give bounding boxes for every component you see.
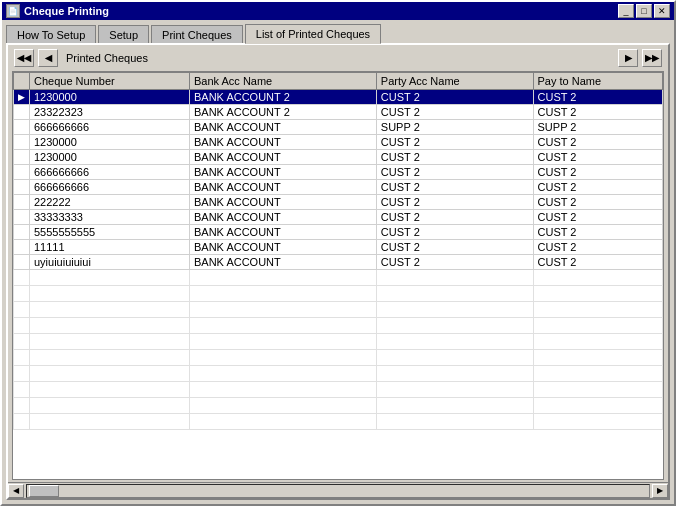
empty-row <box>14 318 663 334</box>
nav-bar: ◀◀ ◀ Printed Cheques ▶ ▶▶ <box>8 45 668 71</box>
cell-bank-acc-name: BANK ACCOUNT <box>189 210 376 225</box>
cell-bank-acc-name: BANK ACCOUNT 2 <box>189 90 376 105</box>
row-indicator: ▶ <box>14 90 30 105</box>
minimize-button[interactable]: _ <box>618 4 634 18</box>
cell-cheque-number: 666666666 <box>30 180 190 195</box>
cell-bank-acc-name: BANK ACCOUNT <box>189 240 376 255</box>
cell-cheque-number: 1230000 <box>30 90 190 105</box>
first-button[interactable]: ◀◀ <box>14 49 34 67</box>
window-title: Cheque Printing <box>24 5 109 17</box>
cell-party-acc-name: CUST 2 <box>376 195 533 210</box>
maximize-button[interactable]: □ <box>636 4 652 18</box>
table-row[interactable]: 666666666BANK ACCOUNTSUPP 2SUPP 2 <box>14 120 663 135</box>
scroll-right-button[interactable]: ▶ <box>652 484 668 498</box>
title-bar: 📄 Cheque Printing _ □ ✕ <box>2 2 674 20</box>
table-row[interactable]: 1230000BANK ACCOUNTCUST 2CUST 2 <box>14 135 663 150</box>
row-indicator <box>14 150 30 165</box>
table-row[interactable]: 666666666BANK ACCOUNTCUST 2CUST 2 <box>14 165 663 180</box>
row-indicator <box>14 105 30 120</box>
table-row[interactable]: uyiuiuiuiuiuiBANK ACCOUNTCUST 2CUST 2 <box>14 255 663 270</box>
table-row[interactable]: 222222BANK ACCOUNTCUST 2CUST 2 <box>14 195 663 210</box>
section-label: Printed Cheques <box>66 52 148 64</box>
tab-setup[interactable]: Setup <box>98 25 149 45</box>
cell-cheque-number: 11111 <box>30 240 190 255</box>
table-row[interactable]: 5555555555BANK ACCOUNTCUST 2CUST 2 <box>14 225 663 240</box>
table-row[interactable]: ▶1230000BANK ACCOUNT 2CUST 2CUST 2 <box>14 90 663 105</box>
tab-bar: How To Setup Setup Print Cheques List of… <box>2 20 674 43</box>
title-buttons: _ □ ✕ <box>618 4 670 18</box>
empty-row <box>14 270 663 286</box>
main-window: 📄 Cheque Printing _ □ ✕ How To Setup Set… <box>0 0 676 506</box>
scrollbar-track[interactable] <box>26 484 650 498</box>
table-row[interactable]: 11111BANK ACCOUNTCUST 2CUST 2 <box>14 240 663 255</box>
row-indicator <box>14 255 30 270</box>
cell-pay-to-name: CUST 2 <box>533 195 662 210</box>
cell-party-acc-name: CUST 2 <box>376 180 533 195</box>
cell-cheque-number: uyiuiuiuiuiui <box>30 255 190 270</box>
row-indicator <box>14 225 30 240</box>
cell-pay-to-name: CUST 2 <box>533 255 662 270</box>
prev-button[interactable]: ◀ <box>38 49 58 67</box>
cell-bank-acc-name: BANK ACCOUNT <box>189 255 376 270</box>
data-table-container[interactable]: Cheque Number Bank Acc Name Party Acc Na… <box>12 71 664 480</box>
cell-party-acc-name: CUST 2 <box>376 240 533 255</box>
cell-pay-to-name: CUST 2 <box>533 240 662 255</box>
cell-bank-acc-name: BANK ACCOUNT <box>189 165 376 180</box>
cell-party-acc-name: CUST 2 <box>376 210 533 225</box>
cell-pay-to-name: CUST 2 <box>533 165 662 180</box>
cell-party-acc-name: CUST 2 <box>376 150 533 165</box>
cell-party-acc-name: CUST 2 <box>376 165 533 180</box>
cell-cheque-number: 1230000 <box>30 150 190 165</box>
cell-pay-to-name: CUST 2 <box>533 225 662 240</box>
cell-party-acc-name: CUST 2 <box>376 225 533 240</box>
title-bar-left: 📄 Cheque Printing <box>6 4 109 18</box>
close-button[interactable]: ✕ <box>654 4 670 18</box>
cell-bank-acc-name: BANK ACCOUNT <box>189 225 376 240</box>
horizontal-scrollbar[interactable]: ◀ ▶ <box>8 482 668 498</box>
cell-bank-acc-name: BANK ACCOUNT <box>189 195 376 210</box>
cell-pay-to-name: CUST 2 <box>533 135 662 150</box>
empty-row <box>14 302 663 318</box>
empty-row <box>14 398 663 414</box>
tab-print-cheques[interactable]: Print Cheques <box>151 25 243 45</box>
last-button[interactable]: ▶▶ <box>642 49 662 67</box>
tab-list-of-printed-cheques[interactable]: List of Printed Cheques <box>245 24 381 44</box>
table-row[interactable]: 23322323BANK ACCOUNT 2CUST 2CUST 2 <box>14 105 663 120</box>
cell-bank-acc-name: BANK ACCOUNT <box>189 135 376 150</box>
cell-party-acc-name: SUPP 2 <box>376 120 533 135</box>
cell-party-acc-name: CUST 2 <box>376 255 533 270</box>
cell-cheque-number: 23322323 <box>30 105 190 120</box>
table-row[interactable]: 33333333BANK ACCOUNTCUST 2CUST 2 <box>14 210 663 225</box>
empty-row <box>14 350 663 366</box>
row-indicator <box>14 165 30 180</box>
cell-bank-acc-name: BANK ACCOUNT <box>189 180 376 195</box>
scroll-left-button[interactable]: ◀ <box>8 484 24 498</box>
col-pay-to-name: Pay to Name <box>533 73 662 90</box>
row-indicator <box>14 120 30 135</box>
cell-bank-acc-name: BANK ACCOUNT <box>189 120 376 135</box>
window-icon: 📄 <box>6 4 20 18</box>
table-header-row: Cheque Number Bank Acc Name Party Acc Na… <box>14 73 663 90</box>
col-indicator <box>14 73 30 90</box>
cell-party-acc-name: CUST 2 <box>376 90 533 105</box>
row-indicator <box>14 180 30 195</box>
empty-row <box>14 414 663 430</box>
empty-row <box>14 382 663 398</box>
row-indicator <box>14 135 30 150</box>
cell-cheque-number: 222222 <box>30 195 190 210</box>
cell-pay-to-name: CUST 2 <box>533 105 662 120</box>
cell-party-acc-name: CUST 2 <box>376 105 533 120</box>
cell-cheque-number: 1230000 <box>30 135 190 150</box>
scrollbar-thumb[interactable] <box>29 485 59 497</box>
cell-pay-to-name: SUPP 2 <box>533 120 662 135</box>
data-table: Cheque Number Bank Acc Name Party Acc Na… <box>13 72 663 430</box>
row-indicator <box>14 240 30 255</box>
tab-how-to-setup[interactable]: How To Setup <box>6 25 96 45</box>
empty-row <box>14 286 663 302</box>
table-row[interactable]: 1230000BANK ACCOUNTCUST 2CUST 2 <box>14 150 663 165</box>
next-button[interactable]: ▶ <box>618 49 638 67</box>
cell-pay-to-name: CUST 2 <box>533 90 662 105</box>
table-row[interactable]: 666666666BANK ACCOUNTCUST 2CUST 2 <box>14 180 663 195</box>
cell-cheque-number: 666666666 <box>30 165 190 180</box>
empty-row <box>14 366 663 382</box>
